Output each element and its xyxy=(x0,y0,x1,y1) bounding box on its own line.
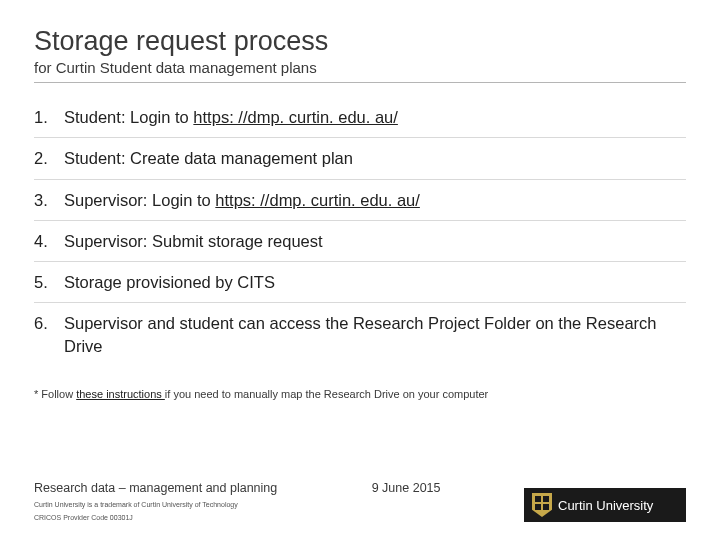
step-text: Supervisor and student can access the Re… xyxy=(64,314,657,354)
footer-date: 9 June 2015 xyxy=(372,481,441,495)
list-item: Student: Login to https: //dmp. curtin. … xyxy=(34,97,686,138)
step-link[interactable]: https: //dmp. curtin. edu. au/ xyxy=(193,108,398,126)
footnote-post: if you need to manually map the Research… xyxy=(165,388,488,400)
logo-text: Curtin University xyxy=(558,498,653,513)
footnote: * Follow these instructions if you need … xyxy=(34,388,686,400)
step-link[interactable]: https: //dmp. curtin. edu. au/ xyxy=(215,191,420,209)
list-item: Student: Create data management plan xyxy=(34,138,686,179)
shield-icon xyxy=(532,493,552,517)
step-text: Student: Create data management plan xyxy=(64,149,353,167)
steps-list: Student: Login to https: //dmp. curtin. … xyxy=(34,97,686,366)
title-block: Storage request process for Curtin Stude… xyxy=(34,26,686,83)
footer: Research data – management and planning … xyxy=(34,478,686,522)
footnote-link[interactable]: these instructions xyxy=(76,388,165,400)
list-item: Supervisor: Submit storage request xyxy=(34,221,686,262)
list-item: Storage provisioned by CITS xyxy=(34,262,686,303)
page-subtitle: for Curtin Student data management plans xyxy=(34,59,686,82)
list-item: Supervisor: Login to https: //dmp. curti… xyxy=(34,180,686,221)
page-title: Storage request process xyxy=(34,26,686,57)
footer-label: Research data – management and planning xyxy=(34,481,277,495)
list-item: Supervisor and student can access the Re… xyxy=(34,303,686,366)
curtin-logo: Curtin University xyxy=(524,488,686,522)
step-text: Supervisor: Login to xyxy=(64,191,215,209)
step-text: Student: Login to xyxy=(64,108,193,126)
step-text: Storage provisioned by CITS xyxy=(64,273,275,291)
step-text: Supervisor: Submit storage request xyxy=(64,232,323,250)
footnote-pre: * Follow xyxy=(34,388,76,400)
